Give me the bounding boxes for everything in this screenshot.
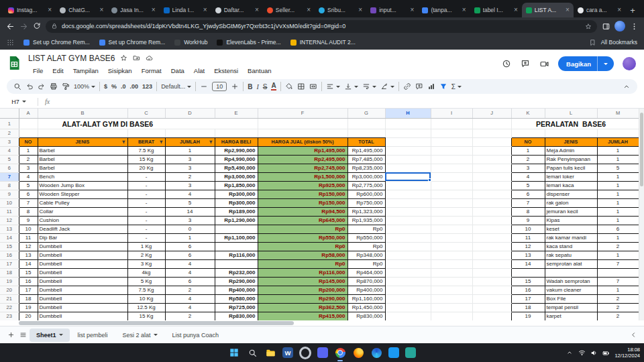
toolbar-search-icon[interactable] (13, 82, 21, 90)
reload-icon[interactable] (32, 21, 42, 31)
cell-J16[interactable] (472, 251, 511, 259)
cell-J20[interactable] (472, 286, 511, 294)
horizontal-scrollbar[interactable] (0, 320, 644, 326)
cell-B1[interactable]: ALAT-ALAT GYM DI BASE6 (38, 118, 127, 129)
cell-M14[interactable]: 1 (597, 233, 639, 242)
cell-D6[interactable]: 3 (165, 164, 215, 172)
cell-D8[interactable]: 3 (165, 181, 215, 190)
cell-J19[interactable] (472, 277, 511, 286)
increase-decimal-places[interactable]: .00 (130, 83, 139, 90)
cell-E7[interactable]: Rp3,000,000 (215, 172, 258, 181)
cell-M9[interactable]: 1 (597, 190, 639, 198)
cell-K2[interactable] (511, 129, 545, 137)
cell-M13[interactable]: 6 (597, 225, 639, 233)
column-header-E[interactable]: E (215, 109, 258, 118)
cell-B19[interactable]: Dumbbell (38, 277, 127, 286)
row-header-14[interactable]: 14 (0, 233, 19, 242)
cell-L23[interactable]: karpet (545, 312, 597, 320)
format-as-percent[interactable]: % (111, 83, 117, 90)
move-folder-icon[interactable] (133, 54, 140, 62)
row-header-7[interactable]: 7 (0, 172, 19, 181)
cell-H21[interactable] (385, 294, 431, 303)
cell-H11[interactable] (385, 207, 431, 216)
cell-K17[interactable]: 14 (511, 259, 545, 268)
row-header-3[interactable]: 3 (0, 137, 19, 146)
cell-B8[interactable]: Wooden Jump Box (38, 181, 127, 190)
cell-D12[interactable]: 3 (165, 216, 215, 225)
cell-K8[interactable]: 5 (511, 181, 545, 190)
cell-F12[interactable]: Rp645,000 (258, 216, 347, 225)
vertical-scrollbar[interactable] (639, 109, 644, 320)
cell-G16[interactable]: Rp348,000 (347, 251, 385, 259)
cell-A8[interactable]: 5 (19, 181, 38, 190)
cell-D23[interactable]: 2 (165, 312, 215, 320)
taskbar-vscode-icon[interactable] (388, 347, 399, 358)
collapse-toolbar-icon[interactable] (623, 82, 631, 90)
menu-bantuan[interactable]: Bantuan (243, 67, 276, 74)
create-filter-icon[interactable] (439, 82, 447, 90)
format-as-currency[interactable]: $ (104, 83, 107, 90)
bookmark-item[interactable]: Set up Chrome Rem... (23, 39, 90, 46)
cell-A17[interactable]: 14 (19, 259, 38, 268)
cell-I6[interactable] (431, 164, 472, 172)
cell-E13[interactable] (215, 225, 258, 233)
cell-J8[interactable] (472, 181, 511, 190)
cell-I22[interactable] (431, 303, 472, 312)
column-header-J[interactable]: J (472, 109, 511, 118)
tab-close-icon[interactable]: × (462, 7, 466, 13)
cell-L15[interactable]: kaca stand (545, 242, 597, 251)
sheet-tab-list-punya-coach[interactable]: List punya Coach (166, 328, 226, 342)
browser-tab[interactable]: Daftar...× (211, 3, 263, 17)
cell-E5[interactable]: Rp4,990,000 (215, 155, 258, 164)
add-sheet-icon[interactable] (5, 330, 16, 341)
tab-close-icon[interactable]: × (48, 7, 52, 13)
cell-K18[interactable] (511, 268, 545, 277)
name-box-caret-icon[interactable] (22, 101, 26, 103)
cell-E19[interactable]: Rp290,000 (215, 277, 258, 286)
cell-A12[interactable]: 9 (19, 216, 38, 225)
column-header-H[interactable]: H (385, 109, 431, 118)
menu-format[interactable]: Format (137, 67, 166, 74)
cell-D14[interactable]: 1 (165, 233, 215, 242)
cell-J12[interactable] (472, 216, 511, 225)
strikethrough[interactable]: S (263, 83, 268, 90)
column-header-B[interactable]: B (38, 109, 127, 118)
cell-D21[interactable]: 4 (165, 294, 215, 303)
cell-B9[interactable]: Wooden Stepper (38, 190, 127, 198)
insert-link-icon[interactable] (403, 82, 411, 90)
cell-K23[interactable]: 19 (511, 312, 545, 320)
cell-K16[interactable]: 13 (511, 251, 545, 259)
cell-M12[interactable]: 1 (597, 216, 639, 225)
row-header-13[interactable]: 13 (0, 225, 19, 233)
cell-D18[interactable]: 4 (165, 268, 215, 277)
cell-D16[interactable]: 6 (165, 251, 215, 259)
cell-L3[interactable]: JENIS (545, 137, 597, 146)
cell-M19[interactable]: 7 (597, 277, 639, 286)
cell-D4[interactable]: 1 (165, 146, 215, 155)
cell-D22[interactable]: 4 (165, 303, 215, 312)
cell-F2[interactable] (258, 129, 347, 137)
cell-L8[interactable]: lemari kaca (545, 181, 597, 190)
cell-A3[interactable]: NO (19, 137, 38, 146)
cell-L4[interactable]: Meja Admin (545, 146, 597, 155)
cell-E1[interactable] (215, 118, 258, 129)
cell-I21[interactable] (431, 294, 472, 303)
cell-E17[interactable] (215, 259, 258, 268)
cell-H22[interactable] (385, 303, 431, 312)
column-header-C[interactable]: C (127, 109, 165, 118)
cell-C16[interactable]: 2 Kg (127, 251, 165, 259)
browser-tab[interactable]: Seller...× (263, 3, 315, 17)
menu-sisipkan[interactable]: Sisipkan (103, 67, 137, 74)
cell-A10[interactable]: 7 (19, 198, 38, 207)
cell-H2[interactable] (385, 129, 431, 137)
sheet-tab-caret-icon[interactable] (59, 334, 63, 336)
cell-L21[interactable]: Box File (545, 294, 597, 303)
cell-E23[interactable]: Rp830,000 (215, 312, 258, 320)
cell-C22[interactable]: 12.5 Kg (127, 303, 165, 312)
cell-H6[interactable] (385, 164, 431, 172)
cell-M8[interactable]: 1 (597, 181, 639, 190)
cell-H14[interactable] (385, 233, 431, 242)
cell-K5[interactable]: 2 (511, 155, 545, 164)
cell-M11[interactable]: 1 (597, 207, 639, 216)
cell-K12[interactable]: 9 (511, 216, 545, 225)
